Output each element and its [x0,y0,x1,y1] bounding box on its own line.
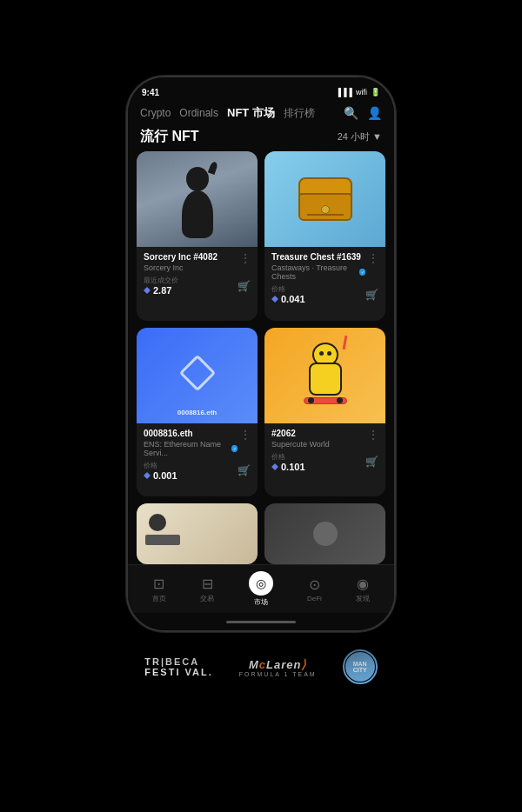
cart-icon-treasure[interactable]: 🛒 [365,289,378,301]
time-filter[interactable]: 24 小时 ▼ [338,130,382,143]
nft-name-sorcery: Sorcery Inc #4082 [144,252,218,263]
nav-icons: 🔍 👤 [344,106,382,120]
price-label-sorcery: 最近成交价 [144,276,178,285]
nav-bar: Crypto Ordinals NFT 市场 排行榜 🔍 👤 [128,102,394,124]
nft-image-ens: 0008816.eth [137,328,258,423]
price-value-supercute: 0.101 [271,462,305,472]
market-label: 市场 [254,597,268,607]
nav-defi[interactable]: ⊙ DeFi [307,576,322,602]
nav-item-ranking[interactable]: 排行榜 [284,106,315,121]
nft-name-treasure: Treasure Chest #1639 [271,252,365,263]
section-header: 流行 NFT 24 小时 ▼ [128,124,394,151]
menu-icon-ens[interactable]: ⋮ [240,429,251,441]
nft-collection-supercute: Supercute World [271,440,330,449]
nft-image-partial-1 [137,503,258,564]
status-time: 9:41 [142,88,159,97]
signal-icon: ▐▐▐ [336,88,352,97]
verified-badge-ens: ✓ [231,445,238,452]
nft-card-sorcery[interactable]: Sorcery Inc #4082 Sorcery Inc ⋮ 最近成交价 2.… [137,151,258,321]
nft-collection-sorcery: Sorcery Inc [144,263,218,272]
status-icons: ▐▐▐ wifi 🔋 [336,88,380,97]
trade-label: 交易 [200,594,214,603]
cart-icon-ens[interactable]: 🛒 [238,464,251,476]
price-value-ens: 0.001 [144,470,177,481]
partial-nft-row [128,503,394,564]
phone-frame: 9:41 ▐▐▐ wifi 🔋 Crypto Ordinals NFT 市场 排… [126,76,396,632]
supercute-character [299,343,351,408]
phone-screen: 9:41 ▐▐▐ wifi 🔋 Crypto Ordinals NFT 市场 排… [128,77,394,630]
defi-icon: ⊙ [309,576,320,593]
eth-icon-supercute [271,462,278,472]
wifi-icon: wifi [356,88,367,97]
home-label: 首页 [152,594,166,603]
eth-icon-treasure [271,294,278,304]
eth-icon-sorcery [144,285,151,296]
brand-tribeca: TR|BECA FESTI VAL. [144,656,212,677]
home-bar [226,621,296,623]
footer-brands: TR|BECA FESTI VAL. McLaren⟩ FORMULA 1 TE… [144,649,377,684]
phone-wrapper: 9:41 ▐▐▐ wifi 🔋 Crypto Ordinals NFT 市场 排… [126,76,396,632]
trade-icon: ⊟ [202,576,213,592]
nav-item-ordinals[interactable]: Ordinals [179,107,218,119]
nft-image-partial-2 [264,503,385,564]
nft-card-ens[interactable]: 0008816.eth 0008816.eth ENS: Ethereum Na… [137,328,258,497]
nav-discover[interactable]: ◉ 发现 [356,576,370,603]
price-label-supercute: 价格 [271,452,305,462]
section-title: 流行 NFT [140,128,199,146]
cart-icon-supercute[interactable]: 🛒 [365,456,378,468]
menu-icon-sorcery[interactable]: ⋮ [240,252,251,264]
cart-icon-sorcery[interactable]: 🛒 [238,280,251,292]
brand-mclaren: McLaren⟩ FORMULA 1 TEAM [239,657,317,677]
nft-image-sorcery [137,151,258,247]
search-icon[interactable]: 🔍 [344,106,358,120]
nav-trade[interactable]: ⊟ 交易 [200,576,214,603]
profile-icon[interactable]: 👤 [367,106,382,120]
verified-badge-treasure: ✓ [359,269,365,276]
price-value-treasure: 0.041 [271,294,305,304]
defi-label: DeFi [307,595,322,602]
nft-grid: Sorcery Inc #4082 Sorcery Inc ⋮ 最近成交价 2.… [128,151,394,496]
home-indicator [128,613,394,630]
nft-card-treasure[interactable]: Treasure Chest #1639 Castaways · Treasur… [264,151,385,321]
price-label-treasure: 价格 [271,284,305,294]
mancity-logo: MANCITY [345,652,375,682]
market-icon: ◎ [249,571,273,596]
menu-icon-treasure[interactable]: ⋮ [368,252,378,264]
ens-diamond-icon [178,354,215,390]
nav-market[interactable]: ◎ 市场 [249,571,273,607]
treasure-chest [298,177,352,221]
price-label-ens: 价格 [144,461,177,470]
battery-icon: 🔋 [371,88,380,97]
eth-icon-ens [144,470,151,481]
status-bar: 9:41 ▐▐▐ wifi 🔋 [128,77,394,102]
home-icon: ⊡ [153,576,164,592]
nft-collection-ens: ENS: Ethereum Name Servi... ✓ [144,440,238,457]
bottom-nav: ⊡ 首页 ⊟ 交易 ◎ 市场 ⊙ DeFi ◉ 发现 [128,564,394,613]
nav-item-crypto[interactable]: Crypto [140,107,171,119]
discover-icon: ◉ [357,576,369,592]
nft-card-partial-1[interactable] [137,503,258,564]
nft-card-supercute[interactable]: #2062 Supercute World ⋮ 价格 0.101 [264,328,385,497]
nft-name-supercute: #2062 [271,429,330,439]
price-value-sorcery: 2.87 [144,285,178,296]
discover-label: 发现 [356,594,370,603]
menu-icon-supercute[interactable]: ⋮ [368,429,378,441]
nft-name-ens: 0008816.eth [144,429,238,439]
nft-image-treasure [264,151,385,247]
nav-home[interactable]: ⊡ 首页 [152,576,166,603]
ens-address-text: 0008816.eth [177,409,217,416]
brand-mancity: MANCITY [343,649,378,684]
nft-collection-treasure: Castaways · Treasure Chests ✓ [271,263,365,281]
nft-card-partial-2[interactable] [264,503,385,564]
nft-image-supercute [264,328,385,423]
silhouette-figure [171,160,224,238]
nav-item-nft[interactable]: NFT 市场 [227,105,275,121]
